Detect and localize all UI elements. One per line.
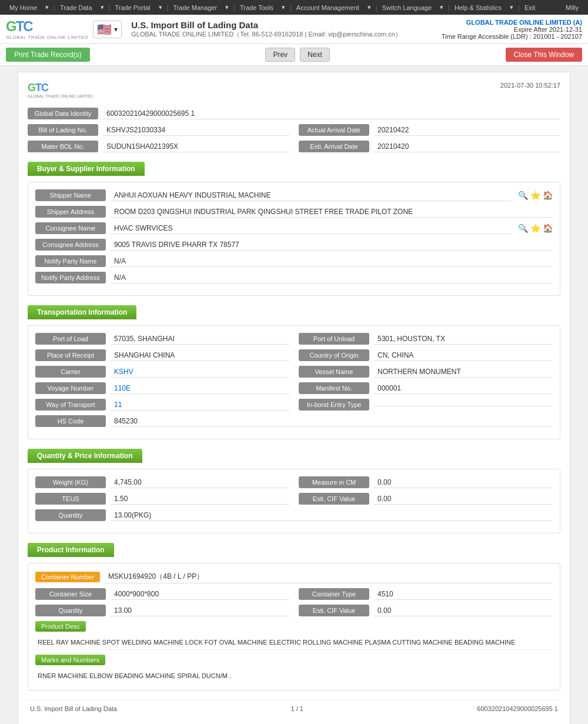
esti-cif-label: Esti. CIF Value — [299, 493, 369, 505]
nav-switch-language-arrow: ▾ — [436, 2, 447, 12]
title-area: U.S. Import Bill of Lading Data GLOBAL T… — [131, 20, 442, 39]
record-id: 600320210429000025695 1 — [477, 705, 558, 712]
product-info-section: Product Information Container Number MSK… — [28, 543, 560, 690]
print-button-top[interactable]: Print Trade Record(s) — [6, 48, 90, 62]
subtitle: GLOBAL TRADE ONLINE LIMITED（Tel: 86-512-… — [131, 30, 442, 39]
nav-my-home-arrow: ▾ — [42, 2, 52, 12]
bol-value: KSHVJS21030334 — [103, 125, 289, 136]
weight-measure-row: Weight (KG) 4,745.00 Measure in CM 0.00 — [35, 476, 553, 488]
nav-trade-tools[interactable]: Trade Tools — [236, 3, 277, 12]
esti-arrival-label: Esti. Arrival Date — [299, 141, 369, 152]
record-source: U.S. Import Bill of Lading Data — [30, 705, 117, 712]
quantity-price-block: Weight (KG) 4,745.00 Measure in CM 0.00 … — [28, 469, 560, 533]
prod-quantity-value: 13.00 — [111, 605, 289, 616]
inbond-entry-label: In-bond Entry Type — [299, 399, 369, 411]
port-of-unload-label: Port of Unload — [299, 333, 369, 345]
nav-trade-manager[interactable]: Trade Manager — [169, 3, 220, 12]
consignee-search-icon[interactable]: 🔍 — [518, 223, 528, 233]
nav-trade-data[interactable]: Trade Data — [56, 3, 96, 12]
main-content: GTC GLOBAL TRADE ONLINE LIMITED 2021-07-… — [0, 66, 588, 724]
shipper-address-label: Shipper Address — [35, 206, 106, 218]
next-button-top[interactable]: Next — [300, 48, 330, 62]
record-datetime: 2021-07-30 10:52:17 — [500, 82, 560, 89]
page-title: U.S. Import Bill of Lading Data — [131, 20, 442, 30]
shipper-name-row: Shipper Name ANHUI AOXUAN HEAVY INDUSTRI… — [35, 189, 553, 201]
inbond-entry-value — [374, 403, 553, 406]
place-of-receipt-label: Place of Receipt — [35, 349, 106, 361]
container-size-label: Container Size — [35, 588, 106, 600]
carrier-link[interactable]: KSHV — [114, 368, 133, 376]
consignee-home-icon[interactable]: 🏠 — [543, 223, 553, 233]
product-desc-text: REEL RAY MACHINE SPOT WELDING MACHINE LO… — [35, 635, 553, 650]
bol-row: Bill of Lading No. KSHVJS21030334 Actual… — [28, 124, 560, 136]
place-of-receipt-value: SHANGHAI CHINA — [111, 350, 289, 361]
global-data-identity-label: Global Data Identity — [28, 108, 98, 119]
nav-account-management[interactable]: Account Management — [293, 3, 363, 12]
nav-help-statistics-arrow: ▾ — [506, 2, 517, 12]
nav-trade-manager-arrow: ▾ — [222, 2, 232, 12]
esti-cif-value: 0.00 — [374, 493, 553, 505]
flag-selector[interactable]: 🇺🇸 ▾ — [93, 21, 122, 38]
nav-switch-language[interactable]: Switch Language — [379, 3, 435, 12]
hs-code-value: 845230 — [111, 416, 553, 427]
mater-bol-value: SUDUN1SHA021395X — [103, 141, 289, 152]
notify-party-address-label: Notify Party Address — [35, 272, 106, 283]
voyage-manifest-row: Voyage Number 110E Manifest No. 000001 — [35, 382, 553, 394]
esti-arrival-value: 20210420 — [374, 141, 560, 152]
weight-label: Weight (KG) — [35, 476, 106, 488]
record-footer: U.S. Import Bill of Lading Data 1 / 1 60… — [28, 700, 560, 717]
hs-code-label: HS Code — [35, 415, 106, 427]
container-number-row: Container Number MSKU1694920（4B / L / PP… — [35, 570, 553, 583]
prod-quantity-cif-row: Quantity 13.00 Esti. CIF Value 0.00 — [35, 605, 553, 616]
notify-party-name-value: N/A — [111, 256, 553, 267]
weight-value: 4,745.00 — [111, 477, 289, 488]
quantity-label: Quantity — [35, 509, 106, 521]
product-desc-button[interactable]: Product Desc — [35, 621, 86, 632]
way-of-transport-link[interactable]: 11 — [114, 401, 122, 409]
nav-exit[interactable]: Exit — [521, 3, 539, 12]
mater-bol-label: Mater BOL No. — [28, 141, 98, 152]
nav-trade-portal[interactable]: Trade Portal — [111, 3, 153, 12]
shipper-search-icon[interactable]: 🔍 — [518, 191, 528, 200]
actual-arrival-value: 20210422 — [374, 125, 560, 136]
buyer-supplier-header: Buyer & Supplier Information — [28, 162, 145, 176]
buyer-supplier-section: Buyer & Supplier Information Shipper Nam… — [28, 162, 560, 296]
carrier-value: KSHV — [111, 366, 289, 378]
mater-bol-row: Mater BOL No. SUDUN1SHA021395X Esti. Arr… — [28, 141, 560, 152]
nav-my-home[interactable]: My Home — [6, 3, 41, 12]
consignee-name-label: Consignee Name — [35, 222, 106, 234]
expire-date: Expire After 2021-12-31 — [442, 26, 582, 33]
consignee-name-row: Consignee Name HVAC SWRVICES 🔍 ⭐ 🏠 — [35, 222, 553, 234]
marks-numbers-row: Marks and Numbers — [35, 655, 553, 665]
way-of-transport-label: Way of Transport — [35, 399, 106, 411]
quantity-row: Quantity 13.00(PKG) — [35, 509, 553, 521]
nav-help-statistics[interactable]: Help & Statistics — [451, 3, 505, 12]
container-size-value: 4000*900*800 — [111, 589, 289, 600]
top-action-bar: Print Trade Record(s) Prev Next Close Th… — [0, 44, 588, 66]
actual-arrival-label: Actual Arrival Date — [299, 124, 369, 136]
user-name: Milly — [562, 3, 582, 12]
shipper-star-icon[interactable]: ⭐ — [530, 191, 540, 200]
consignee-star-icon[interactable]: ⭐ — [530, 223, 540, 233]
nav-trade-tools-arrow: ▾ — [278, 2, 289, 12]
hs-code-row: HS Code 845230 — [35, 415, 553, 427]
close-button-top[interactable]: Close This Window — [506, 48, 582, 62]
prev-button-top[interactable]: Prev — [265, 48, 295, 62]
port-of-unload-value: 5301, HOUSTON, TX — [374, 333, 553, 345]
voyage-number-value: 110E — [111, 383, 289, 394]
receipt-origin-row: Place of Receipt SHANGHAI CHINA Country … — [35, 349, 553, 361]
port-row: Port of Load 57035, SHANGHAI Port of Unl… — [35, 333, 553, 345]
port-of-load-label: Port of Load — [35, 333, 106, 345]
nav-account-management-arrow: ▾ — [364, 2, 375, 12]
shipper-home-icon[interactable]: 🏠 — [543, 191, 553, 200]
consignee-address-label: Consignee Address — [35, 239, 106, 251]
top-navigation: My Home ▾ | Trade Data ▾ | Trade Portal … — [0, 0, 588, 15]
marks-numbers-button[interactable]: Marks and Numbers — [35, 655, 105, 665]
voyage-number-label: Voyage Number — [35, 382, 106, 394]
company-name: GLOBAL TRADE ONLINE LIMITED (A) — [442, 19, 582, 26]
prod-esti-cif-value: 0.00 — [374, 605, 553, 616]
voyage-link[interactable]: 110E — [114, 384, 131, 392]
way-of-transport-value: 11 — [111, 399, 289, 411]
vessel-name-value: NORTHERN MONUMENT — [374, 366, 553, 378]
prod-esti-cif-label: Esti. CIF Value — [299, 605, 369, 616]
